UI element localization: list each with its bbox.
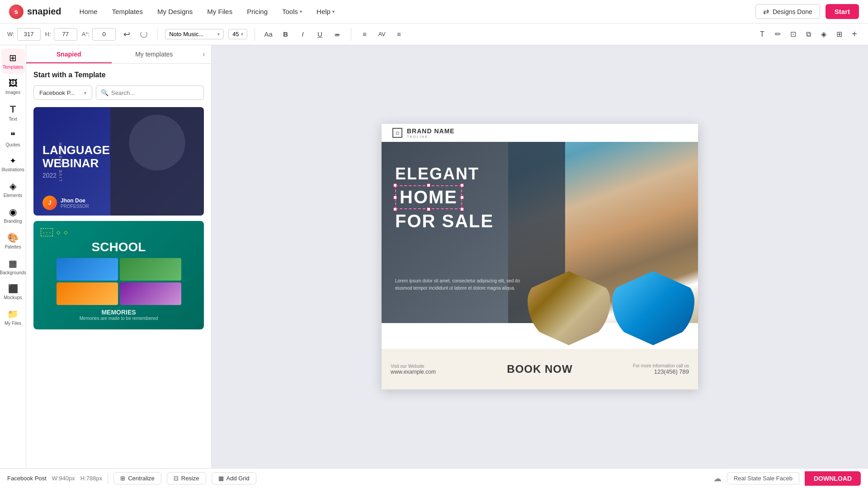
status-bar: Facebook Post W:940px H:788px ⊞ Centrali… [0,468,868,488]
width-input[interactable] [17,28,41,41]
font-size-selector[interactable]: 45 ▾ [228,29,247,39]
start-button[interactable]: Start [826,4,859,19]
sidebar-item-my-files[interactable]: 📁 My Files [1,305,25,330]
centralize-button[interactable]: ⊞ Centralize [113,472,161,484]
visit-label: Visit our Website [391,364,484,369]
handle-ml [393,196,397,199]
bold-button[interactable]: B [279,28,292,41]
bottom-right: For more information call us 123(456) 78… [586,363,698,375]
templates-icon: ⊞ [9,52,17,63]
height-group: H: [45,28,77,41]
handle-bc [427,207,430,211]
design-canvas[interactable]: ⊡ BRAND NAME TAGLINE ELEGANT HOME [382,124,698,389]
website-url: www.example.com [391,369,484,375]
my-files-icon: 📁 [7,309,19,319]
images-icon: 🖼 [9,78,18,89]
search-input[interactable] [111,89,199,96]
logo-text: snapied [27,6,61,17]
template-card-webinar[interactable]: LIVE WEBINAR LANGUAGE WEBINAR 2022 J Jho… [33,107,204,216]
nav-help[interactable]: Help ▾ [316,8,335,15]
nav-my-files[interactable]: My Files [207,8,232,15]
nav-links: Home Templates My Designs My Files Prici… [80,8,755,15]
line-height-button[interactable]: ≡ [393,28,406,41]
nav-tools[interactable]: Tools ▾ [282,8,302,15]
person-name: Jhon Doe [61,197,89,204]
text-style-button[interactable]: T [756,28,769,41]
nav-templates[interactable]: Templates [112,8,143,15]
font-dropdown-arrow: ▾ [217,32,220,37]
nav-home[interactable]: Home [80,8,98,15]
letter-spacing-button[interactable]: AV [376,28,388,41]
centralize-icon: ⊞ [120,475,125,482]
download-button[interactable]: DOWNLOAD [805,471,861,486]
cloud-icon: ☁ [713,474,722,483]
designs-done-button[interactable]: ⇄ Designs Done [755,4,820,19]
sidebar-item-elements[interactable]: ◈ Elements [1,177,25,202]
school-subtitle: MEMORIES [101,309,136,316]
template-card-school[interactable]: - - - ◇ ◇ SCHOOL MEMORIES Memories are m… [33,221,204,329]
duplicate-button[interactable]: ⧉ [802,28,815,41]
handle-br [460,207,464,211]
font-selector[interactable]: Noto Music... ▾ [165,29,224,39]
fill-button[interactable]: ◈ [817,28,830,41]
width-group: W: [7,28,41,41]
strikethrough-button[interactable]: ≡̶ [331,28,344,41]
real-estate-design: ⊡ BRAND NAME TAGLINE ELEGANT HOME [382,124,698,389]
panel-close-button[interactable]: ‹ [197,45,211,63]
sidebar-item-templates[interactable]: ⊞ Templates [1,49,25,74]
design-bottom-bar: Visit our Website www.example.com BOOK N… [382,349,698,389]
nav-pricing[interactable]: Pricing [247,8,268,15]
sidebar-item-mockups[interactable]: ⬛ Mockups [1,280,25,304]
layers-button[interactable]: ⊞ [833,28,845,41]
elegant-text: ELEGANT [395,164,494,183]
toolbar-right: T ✏ ⊡ ⧉ ◈ ⊞ + [756,28,861,41]
crop-button[interactable]: ⊡ [787,28,799,41]
sep-1 [157,28,158,41]
handle-tr [460,183,464,187]
height-input[interactable] [54,28,77,41]
designs-done-icon: ⇄ [763,7,769,16]
interior-photo [528,271,610,345]
sidebar-item-quotes[interactable]: ❝ Quotes [1,127,25,151]
tab-snapied[interactable]: Snapied [26,45,112,63]
sep-3 [351,28,351,41]
undo-button[interactable]: ↩ [120,28,133,41]
font-aa-button[interactable]: Aa [262,28,275,41]
nav-my-designs[interactable]: My Designs [157,8,193,15]
person-info: Jhon Doe PROFESSOR [61,197,89,209]
school-title: SCHOOL [92,240,146,254]
school-decorations: - - - ◇ ◇ [41,228,197,236]
home-container[interactable]: HOME [395,185,462,209]
resize-button[interactable]: ⊡ Resize [167,472,206,484]
tab-my-templates[interactable]: My templates [112,45,197,63]
palettes-icon: 🎨 [7,232,19,243]
filter-arrow: ▾ [84,90,86,95]
handle-tc [427,183,430,187]
underline-button[interactable]: U [314,28,326,41]
webinar-title: LANGUAGE WEBINAR [42,144,195,169]
branding-icon: ◉ [9,206,17,217]
help-arrow: ▾ [332,9,335,14]
redo-button[interactable] [137,28,150,41]
angle-input[interactable] [92,28,116,41]
italic-button[interactable]: I [297,28,309,41]
sidebar-item-branding[interactable]: ◉ Branding [1,203,25,228]
sidebar-item-backgrounds[interactable]: ▦ Backgrounds [1,254,25,279]
card-person: J Jhon Doe PROFESSOR [42,196,195,210]
sidebar-item-illustrations[interactable]: ✦ Illustrations [1,152,25,176]
pool-photo [612,271,695,345]
add-grid-button[interactable]: ▦ Add Grid [212,472,256,484]
sidebar-item-images[interactable]: 🖼 Images [1,75,25,99]
sidebar-item-text[interactable]: T Text [1,100,25,126]
align-left-button[interactable]: ≡ [359,28,371,41]
school-photo-4 [120,282,181,305]
search-box: 🔍 [96,85,204,100]
card-main-content: LANGUAGE WEBINAR 2022 [42,144,195,178]
category-filter[interactable]: Facebook P... ▾ [33,85,92,100]
school-photos [57,258,181,305]
color-picker-button[interactable]: ✏ [771,28,784,41]
book-now-text: BOOK NOW [507,363,572,375]
add-element-button[interactable]: + [848,28,861,41]
brand-logo-icon: ⊡ [392,128,402,138]
sidebar-item-palettes[interactable]: 🎨 Palettes [1,229,25,253]
